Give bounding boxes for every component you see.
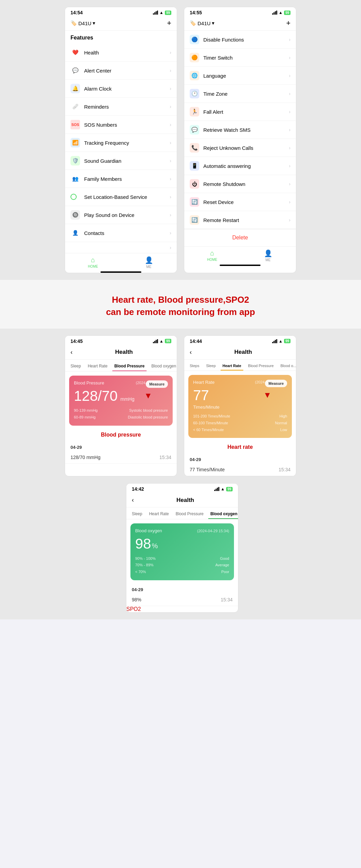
menu-label-sms: Retrieve Watch SMS: [203, 127, 289, 133]
time-2: 14:55: [190, 10, 202, 15]
health-nav-hr: ‹ Health: [184, 345, 296, 360]
menu-label-disable: Disable Functions: [203, 37, 289, 43]
tab-hr-hr[interactable]: Heart Rate: [220, 362, 243, 370]
status-icons-hr: ▲ 99: [272, 339, 291, 344]
menu-item-remote-restart[interactable]: 🔄 Remote Restart ›: [184, 211, 296, 229]
time-spo2: 14:42: [132, 486, 144, 492]
menu-item-play-sound[interactable]: 🔘 Play Sound on Device ›: [65, 206, 177, 224]
menu-item-more[interactable]: ›: [65, 242, 177, 253]
time-hr: 14:44: [190, 338, 202, 344]
tab-bp-spo2[interactable]: Blood Pressure: [174, 510, 206, 519]
tab-hr-bp[interactable]: Heart Rate: [86, 362, 110, 371]
tab-hr-spo2[interactable]: Heart Rate: [147, 510, 171, 519]
chevron-alert: ›: [170, 68, 171, 73]
bp-measure-btn[interactable]: Measure: [146, 380, 168, 388]
hr-measure-btn[interactable]: Measure: [265, 380, 287, 387]
tab-sleep-bp[interactable]: Sleep: [68, 362, 83, 371]
status-bar-2: 14:55 ▲ 99: [184, 7, 296, 17]
menu-item-language[interactable]: 🌐 Language ›: [184, 67, 296, 85]
menu-item-health[interactable]: ❤️ Health ›: [65, 44, 177, 62]
menu-item-reminders[interactable]: 🩹 Reminders ›: [65, 98, 177, 116]
phone-header-2: 🏷️ D41U ▾ +: [184, 17, 296, 31]
health-tabs-hr: Steps Sleep Heart Rate Blood Pressure Bl…: [184, 360, 296, 371]
time-1: 14:54: [70, 10, 83, 15]
chevron-sms: ›: [289, 127, 291, 132]
dropdown-arrow-2: ▾: [212, 20, 215, 26]
remote-restart-icon: 🔄: [190, 215, 199, 225]
menu-item-sms[interactable]: 💬 Retrieve Watch SMS ›: [184, 121, 296, 139]
menu-item-alert[interactable]: 💬 Alert Center ›: [65, 62, 177, 80]
language-icon: 🌐: [190, 71, 199, 80]
hr-range-label-1: High: [279, 413, 287, 420]
tab-bo-bp[interactable]: Blood oxygen: [149, 362, 177, 371]
home-icon-2: ⌂: [210, 249, 214, 257]
bp-card-label: Blood Pressure: [74, 380, 104, 385]
status-icons-2: ▲ 99: [272, 10, 291, 15]
menu-item-sound-guardian[interactable]: 🛡️ Sound Guardian ›: [65, 152, 177, 170]
footer-tab-me-1[interactable]: 👤 ME: [121, 256, 177, 269]
tab-steps-hr[interactable]: Steps: [188, 362, 201, 370]
menu-label-reset: Reset Device: [203, 199, 289, 205]
tab-sleep-hr[interactable]: Sleep: [204, 362, 218, 370]
menu-item-reset[interactable]: 🔄 Reset Device ›: [184, 193, 296, 211]
menu-item-disable[interactable]: 🔵 Disable Functions ›: [184, 31, 296, 49]
chevron-timer: ›: [289, 55, 291, 60]
tab-bo-hr[interactable]: Blood o...: [279, 362, 296, 370]
footer-label-home-1: HOME: [88, 265, 98, 268]
footer-label-me-1: ME: [146, 265, 152, 269]
bp-card-unit: mmHg: [120, 396, 134, 402]
hr-history-time: 15:34: [279, 467, 291, 472]
chevron-remote-shutdown: ›: [289, 181, 291, 187]
status-bar-spo2: 14:42 ▲ 99: [126, 484, 238, 493]
tab-bo-spo2[interactable]: Blood oxygen: [208, 510, 238, 519]
footer-tab-home-2[interactable]: ⌂ HOME: [184, 249, 240, 262]
location-icon: [70, 192, 80, 202]
add-button-1[interactable]: +: [167, 19, 171, 28]
menu-item-remote-shutdown[interactable]: ⏻ Remote Shutdown ›: [184, 175, 296, 193]
health-icon: ❤️: [70, 48, 80, 57]
tab-bp-bp[interactable]: Blood Pressure: [112, 362, 147, 371]
spo2-history-value: 98%: [132, 597, 141, 602]
tab-bp-hr[interactable]: Blood Pressure: [246, 362, 276, 370]
tracking-icon: 📶: [70, 138, 80, 147]
health-tabs-spo2: Sleep Heart Rate Blood Pressure Blood ox…: [126, 507, 238, 519]
menu-item-location[interactable]: Set Location-Based Service ›: [65, 188, 177, 206]
menu-label-language: Language: [203, 73, 289, 79]
spo2-history-time: 15:34: [221, 597, 233, 602]
menu-label-reminders: Reminders: [84, 104, 170, 110]
back-arrow-bp[interactable]: ‹: [70, 349, 73, 356]
chevron-play-sound: ›: [170, 212, 171, 218]
phone-screen-features: 14:54 ▲ 99 🏷️ D41U ▾ + Features: [65, 7, 177, 273]
menu-item-alarm[interactable]: 🔔 Alarm Clock ›: [65, 80, 177, 98]
time-bp: 14:45: [70, 338, 83, 344]
menu-item-timezone[interactable]: 🕐 Time Zone ›: [184, 85, 296, 103]
health-title-hr: Health: [196, 349, 291, 356]
menu-item-contacts[interactable]: 👤 Contacts ›: [65, 224, 177, 242]
bp-range-label-1: Systolic blood pressure: [129, 407, 168, 414]
back-arrow-hr[interactable]: ‹: [190, 349, 192, 356]
menu-item-auto-answer[interactable]: 📱 Automatic answering ›: [184, 157, 296, 175]
battery-2: 99: [284, 11, 291, 15]
menu-item-reject-calls[interactable]: 📞 Reject Unknown Calls ›: [184, 139, 296, 157]
status-icons-bp: ▲ 99: [153, 339, 171, 344]
menu-item-timer[interactable]: 🟠 Timer Switch ›: [184, 49, 296, 67]
banner-line1: Heart rate, Blood pressure,SPO2: [20, 294, 341, 306]
fall-icon: 🏃: [190, 107, 199, 116]
menu-item-sos[interactable]: SOS SOS Numbers ›: [65, 116, 177, 134]
back-arrow-spo2[interactable]: ‹: [132, 496, 134, 504]
menu-item-family[interactable]: 👥 Family Members ›: [65, 170, 177, 188]
tab-sleep-spo2[interactable]: Sleep: [130, 510, 144, 519]
add-button-2[interactable]: +: [286, 19, 291, 28]
chevron-reset: ›: [289, 199, 291, 205]
menu-item-fall[interactable]: 🏃 Fall Alert ›: [184, 103, 296, 121]
footer-tab-home-1[interactable]: ⌂ HOME: [65, 256, 121, 269]
delete-button[interactable]: Delete: [184, 229, 296, 246]
phone-header-1: 🏷️ D41U ▾ +: [65, 17, 177, 31]
footer-tab-me-2[interactable]: 👤 ME: [240, 249, 296, 262]
dropdown-arrow-1: ▾: [93, 20, 95, 26]
status-icons-1: ▲ 99: [153, 10, 171, 15]
remote-shutdown-icon: ⏻: [190, 179, 199, 189]
hr-history-value: 77 Times/Minute: [190, 467, 225, 472]
wifi-icon-1: ▲: [159, 10, 163, 15]
menu-item-tracking[interactable]: 📶 Tracking Frequency ›: [65, 134, 177, 152]
